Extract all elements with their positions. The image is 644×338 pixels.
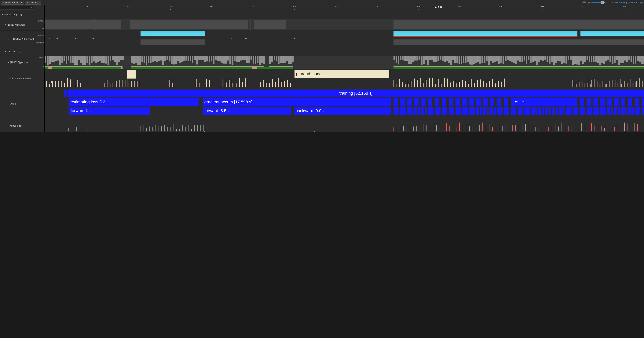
cuda-api-label[interactable]: CUDA API [0,120,35,132]
ruler-tick: 40s [458,5,462,8]
view-selector[interactable]: ≡ Timeline View ▼ [1,1,24,4]
warning-icon: ⚠ [611,1,613,4]
ruler-tick: 20s [251,5,255,8]
track-cuda-api[interactable] [44,120,644,132]
nvtx-range[interactable]: forward [8.5… [203,107,292,114]
track-proc-python[interactable] [44,19,644,30]
nvtx-label[interactable]: NVTX [0,88,35,120]
ruler-row: ▼ 4s8s12s16s20s24s28s32s36s40s44s48s52s5… [0,5,644,10]
row-processes-header: ▼ Processes (172) [0,10,644,19]
ruler-tick: 24s [292,5,296,8]
nvtx-range[interactable]: backward [9.0… [294,107,391,114]
cursor-time-label: 37.55s [435,5,442,8]
options-button[interactable]: 👁 Options... [25,1,41,4]
chevron-down-icon: ▼ [8,62,9,63]
memory-sublabel: memory [36,42,44,44]
chevron-right-icon: ▶ [8,38,9,40]
chevron-down-icon: ▼ [4,51,6,52]
nvtx-range[interactable]: estimati… [513,98,573,106]
processes-label[interactable]: ▼ Processes (172) [0,10,35,19]
nvtx-range[interactable]: gradient accum [17.598 s] [203,98,391,106]
row-cuda-api: CUDA API [0,120,644,132]
zoom-out-icon[interactable]: ⊖ [587,1,590,4]
ruler-tick: 16s [210,5,214,8]
eye-icon: 👁 [27,1,29,4]
track-nvtx[interactable]: training [62.158 s]estimating loss [12…g… [44,88,644,120]
kernel-sublabel: kernel [38,34,44,36]
warnings-link[interactable]: 583 warnings, 458 message [614,1,643,4]
options-label: Options... [30,1,40,4]
chevron-down-icon: ▼ [20,2,22,4]
y-bot: 0 [42,28,44,30]
y-top: 100% [38,20,44,22]
row-cuda-hw: ▶ CUDA HW (0000:1a:00.0 - NV kernel memo… [0,31,644,48]
row-nvtx: NVTX training [62.158 s]estimating loss … [0,88,644,120]
chevron-down-icon: ▼ [2,14,3,16]
timeline-body: ▼ Processes (172) ▼ [186637] python 100%… [0,10,644,338]
filter-dropdown[interactable]: ▼ [0,6,34,10]
ruler-tick: 32s [375,5,379,8]
row-os-runtime: OS runtime libraries pthread_cond… [0,69,644,88]
nvtx-range[interactable]: estimating loss [12… [69,98,199,106]
zoom-thumb[interactable] [601,1,604,4]
track-cuda-hw[interactable] [44,31,644,47]
time-ruler[interactable]: 4s8s12s16s20s24s28s32s36s40s44s48s52s56s… [44,5,644,10]
ruler-tick: 28s [334,5,338,8]
ruler-tick: 44s [499,5,503,8]
toolbar: ≡ Timeline View ▼ 👁 Options... ⌨ ⊖ 4x ⚠ … [0,0,644,5]
zoom-level: 4x [604,1,606,4]
proc-python-label[interactable]: ▼ [186637] python [0,19,35,30]
os-runtime-label[interactable]: OS runtime libraries [0,69,35,88]
track-thread-python[interactable] [44,56,644,69]
ruler-tick: 52s [582,5,586,8]
y-top: 100% [38,56,44,59]
ruler-tick: 12s [168,5,172,8]
filter-cell: ▼ [0,5,35,10]
ruler-tick: 48s [541,5,544,8]
chevron-down-icon: ▼ [4,24,6,26]
ruler-tick: 36s [417,5,420,8]
row-thread-python: ▼ [186637] python 100% 0 [0,56,644,69]
row-proc-python: ▼ [186637] python 100% 0 [0,19,644,31]
os-block-pthread-cond[interactable]: pthread_cond… [294,70,389,78]
hamburger-icon: ≡ [3,1,4,4]
thread-python-label[interactable]: ▼ [186637] python [0,56,35,69]
ruler-tick: 8s [127,5,130,8]
zoom-slider[interactable] [592,2,603,3]
keyboard-icon[interactable]: ⌨ [582,1,586,4]
ruler-tick: 56s [623,5,627,8]
nvtx-range[interactable]: forward f… [69,107,148,114]
threads-label[interactable]: ▼ Threads (74) [0,48,35,56]
y-bot: 0 [42,66,44,68]
view-label: Timeline View [5,1,19,4]
track-os-runtime[interactable]: pthread_cond… [44,69,644,88]
row-threads-header: ▼ Threads (74) [0,48,644,56]
cuda-hw-label[interactable]: ▶ CUDA HW (0000:1a:00.0 - NV [0,31,35,47]
ruler-tick: 4s [86,5,88,8]
nvtx-range[interactable]: training [62.158 s] [68,90,644,97]
